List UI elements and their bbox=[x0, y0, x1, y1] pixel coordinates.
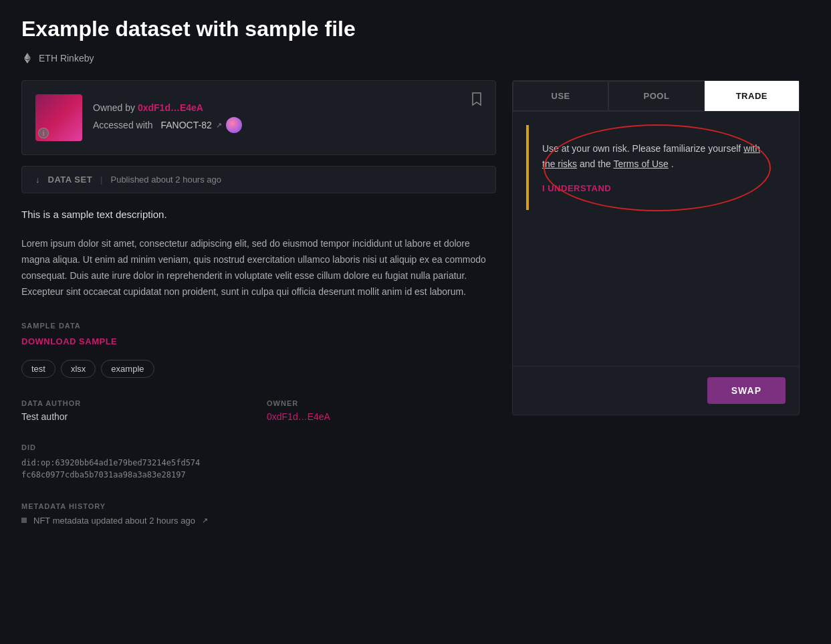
left-panel: i Owned by 0xdF1d…E4eA Accessed with FAN… bbox=[21, 80, 496, 538]
tags-row: test xlsx example bbox=[21, 360, 496, 378]
right-panel: USE POOL TRADE Use at your own risk. Ple… bbox=[512, 80, 800, 415]
fan-link[interactable]: FANOCT-82 bbox=[160, 120, 211, 130]
description-long: Lorem ipsum dolor sit amet, consectetur … bbox=[21, 236, 496, 300]
did-value: did:op:63920bb64ad1e79bed73214e5fd574fc6… bbox=[21, 457, 496, 481]
tab-pool[interactable]: POOL bbox=[608, 81, 704, 111]
dataset-thumbnail: i bbox=[35, 94, 82, 141]
swap-button[interactable]: SWAP bbox=[707, 377, 786, 404]
owned-by-row: Owned by 0xdF1d…E4eA bbox=[93, 102, 482, 113]
warning-text: Use at your own risk. Please familiarize… bbox=[542, 141, 772, 171]
avatar bbox=[226, 117, 242, 133]
content-area: This is a sample text description. Lorem… bbox=[21, 207, 496, 538]
owner-item: OWNER 0xdF1d…E4eA bbox=[267, 399, 496, 422]
tab-trade[interactable]: TRADE bbox=[705, 81, 799, 111]
data-author-item: DATA AUTHOR Test author bbox=[21, 399, 251, 422]
warning-text-1: Use at your own risk. Please familiarize… bbox=[542, 143, 741, 154]
terms-of-use-link[interactable]: Terms of Use bbox=[613, 158, 668, 169]
sample-data-label: SAMPLE DATA bbox=[21, 322, 496, 330]
description-short: This is a sample text description. bbox=[21, 207, 496, 223]
did-section: DID did:op:63920bb64ad1e79bed73214e5fd57… bbox=[21, 443, 496, 481]
published-time: Published about 2 hours ago bbox=[110, 175, 221, 185]
owned-by-label: Owned by bbox=[93, 102, 135, 113]
history-item: NFT metadata updated about 2 hours ago ↗ bbox=[21, 516, 496, 526]
warning-period: . bbox=[671, 158, 674, 169]
meta-grid: DATA AUTHOR Test author OWNER 0xdF1d…E4e… bbox=[21, 399, 496, 422]
warning-container: Use at your own risk. Please familiarize… bbox=[526, 125, 786, 210]
dataset-meta: Owned by 0xdF1d…E4eA Accessed with FANOC… bbox=[93, 102, 482, 133]
tab-use[interactable]: USE bbox=[513, 81, 608, 111]
accessed-with-row: Accessed with FANOCT-82 ↗ bbox=[93, 117, 482, 133]
network-label: ETH Rinkeby bbox=[39, 53, 94, 64]
warning-text-and: and the bbox=[580, 158, 611, 169]
tag-xlsx[interactable]: xlsx bbox=[61, 360, 96, 378]
type-row: ↓ DATA SET | Published about 2 hours ago bbox=[21, 166, 496, 193]
tag-test[interactable]: test bbox=[21, 360, 55, 378]
download-sample-link[interactable]: DOWNLOAD SAMPLE bbox=[21, 336, 117, 346]
owner-address-link[interactable]: 0xdF1d…E4eA bbox=[138, 102, 203, 113]
dataset-header-card: i Owned by 0xdF1d…E4eA Accessed with FAN… bbox=[21, 80, 496, 155]
download-icon[interactable]: ↓ bbox=[35, 175, 40, 185]
tag-example[interactable]: example bbox=[101, 360, 154, 378]
swap-section: SWAP bbox=[513, 366, 799, 415]
owner-value[interactable]: 0xdF1d…E4eA bbox=[267, 411, 496, 422]
trade-tabs: USE POOL TRADE bbox=[513, 81, 799, 112]
bookmark-icon[interactable] bbox=[471, 92, 482, 109]
did-label: DID bbox=[21, 443, 496, 451]
history-text: NFT metadata updated about 2 hours ago bbox=[33, 516, 195, 526]
ethereum-icon bbox=[21, 52, 33, 64]
right-panel-body: Use at your own risk. Please familiarize… bbox=[513, 112, 799, 366]
page-title: Example dataset with sample file bbox=[21, 16, 810, 41]
external-link-icon: ↗ bbox=[216, 121, 222, 130]
network-badge: ETH Rinkeby bbox=[21, 52, 810, 64]
understand-button[interactable]: I UNDERSTAND bbox=[542, 183, 611, 193]
data-author-label: DATA AUTHOR bbox=[21, 399, 251, 407]
history-dot bbox=[21, 518, 27, 523]
type-label: DATA SET bbox=[48, 175, 93, 185]
history-section: METADATA HISTORY NFT metadata updated ab… bbox=[21, 502, 496, 526]
info-icon: i bbox=[38, 128, 49, 138]
history-link-icon[interactable]: ↗ bbox=[202, 516, 208, 525]
owner-label: OWNER bbox=[267, 399, 496, 407]
data-author-value: Test author bbox=[21, 411, 251, 422]
accessed-with-label: Accessed with bbox=[93, 120, 152, 130]
separator: | bbox=[100, 175, 102, 185]
metadata-history-label: METADATA HISTORY bbox=[21, 502, 496, 510]
